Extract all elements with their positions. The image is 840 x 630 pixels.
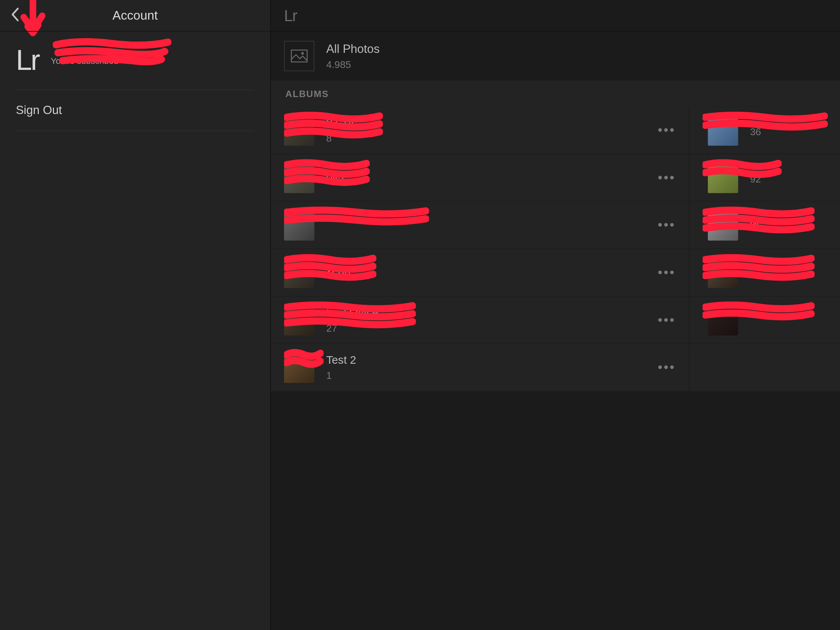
album-thumbnail (708, 210, 738, 240)
album-thumbnail (708, 163, 738, 193)
account-sidebar: Account Lr You're subscribed Sign Out (0, 0, 271, 630)
svg-point-1 (301, 52, 304, 55)
album-count: 8 (326, 133, 354, 144)
album-thumbnail (708, 257, 738, 287)
albums-section-header: ALBUMS (271, 81, 840, 107)
album-thumbnail (708, 115, 738, 145)
sign-out-button[interactable]: Sign Out (0, 90, 270, 130)
album-row[interactable]: 92 (689, 154, 840, 202)
album-thumbnail (284, 163, 314, 193)
main-content: Lr All Photos 4.985 ALBUMS 07.14 8 ••• o… (271, 0, 840, 630)
more-button[interactable]: ••• (658, 265, 675, 280)
album-thumbnail (284, 257, 314, 287)
subscription-status: You're subscribed (51, 55, 118, 65)
svg-rect-0 (291, 50, 307, 62)
album-row[interactable]: 36 (689, 107, 840, 155)
album-title: Test 2 (326, 354, 356, 367)
back-button[interactable] (11, 7, 20, 24)
album-title: tical Office (326, 306, 379, 319)
album-row[interactable] (689, 249, 840, 297)
album-row[interactable]: ••• (271, 202, 688, 249)
album-count: 27 (326, 322, 379, 333)
divider (16, 131, 254, 131)
album-title: oks (326, 170, 344, 183)
all-photos-row[interactable]: All Photos 4.985 (271, 32, 840, 81)
more-button[interactable]: ••• (658, 313, 675, 327)
album-row[interactable]: 07.14 8 ••• (271, 107, 688, 155)
sidebar-header: Account (0, 0, 270, 32)
album-row[interactable]: xeon ••• (271, 249, 688, 297)
album-row[interactable] (689, 297, 840, 344)
more-button[interactable]: ••• (658, 218, 675, 233)
empty-space (271, 392, 840, 630)
album-row[interactable]: er (689, 202, 840, 249)
album-count: 92 (750, 174, 761, 185)
album-thumbnail (284, 352, 314, 383)
albums-list: 07.14 8 ••• oks ••• ••• xeon ••• tical O (271, 107, 840, 392)
album-thumbnail (284, 305, 314, 335)
photo-placeholder-icon (284, 41, 314, 71)
more-button[interactable]: ••• (658, 123, 675, 138)
album-title: er (750, 217, 760, 231)
album-row[interactable]: tical Office 27 ••• (271, 297, 688, 344)
main-header: Lr (271, 0, 840, 32)
more-button[interactable]: ••• (658, 170, 675, 185)
album-count: 1 (326, 370, 356, 381)
album-thumbnail (708, 305, 738, 335)
album-row[interactable]: Test 2 1 ••• (271, 344, 688, 392)
sidebar-title: Account (0, 8, 270, 23)
album-thumbnail (284, 115, 314, 145)
all-photos-title: All Photos (326, 42, 380, 56)
album-count: 36 (750, 126, 761, 137)
profile-block: Lr You're subscribed (0, 32, 270, 90)
album-title: xeon (326, 265, 351, 278)
album-thumbnail (284, 210, 314, 240)
chevron-left-icon (11, 7, 20, 21)
more-button[interactable]: ••• (658, 360, 675, 375)
lr-logo-icon: Lr (284, 6, 297, 25)
album-row[interactable]: oks ••• (271, 154, 688, 202)
album-title: 07.14 (326, 117, 354, 130)
all-photos-count: 4.985 (326, 58, 380, 70)
lr-logo-icon: Lr (16, 43, 39, 76)
